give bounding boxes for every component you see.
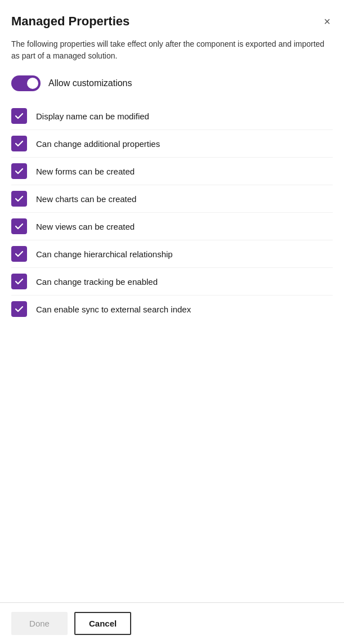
list-item: Can change hierarchical relationship (11, 240, 333, 268)
checkbox-list: Display name can be modified Can change … (11, 102, 333, 323)
toggle-label: Allow customizations (48, 78, 132, 88)
cancel-button[interactable]: Cancel (74, 612, 131, 635)
check-icon (15, 194, 24, 203)
dialog-title: Managed Properties (11, 14, 129, 29)
check-icon (15, 277, 24, 286)
toggle-thumb (27, 78, 38, 89)
checkbox-label: Can enable sync to external search index (36, 303, 191, 315)
checkbox-label: New forms can be created (36, 166, 135, 177)
check-icon (15, 222, 24, 231)
checkbox-label: New views can be created (36, 221, 135, 232)
list-item: Can change additional properties (11, 130, 333, 158)
checkbox-label: Can change tracking be enabled (36, 276, 158, 288)
managed-properties-dialog: Managed Properties × The following prope… (0, 0, 344, 602)
checkbox-additional-properties[interactable] (11, 136, 27, 151)
checkbox-label: Can change additional properties (36, 138, 160, 150)
check-icon (15, 305, 24, 314)
check-icon (15, 249, 24, 258)
checkbox-hierarchical[interactable] (11, 246, 27, 262)
dialog-header: Managed Properties × (11, 14, 333, 29)
checkbox-label: New charts can be created (36, 193, 136, 205)
toggle-track (11, 75, 41, 91)
checkbox-new-forms[interactable] (11, 163, 27, 179)
checkbox-label: Can change hierarchical relationship (36, 248, 173, 260)
dialog-description: The following properties will take effec… (11, 38, 333, 62)
dialog-footer: Done Cancel (0, 602, 344, 644)
list-item: New views can be created (11, 213, 333, 240)
list-item: Can enable sync to external search index (11, 296, 333, 323)
checkbox-new-views[interactable] (11, 218, 27, 234)
allow-customizations-toggle-row: Allow customizations (11, 75, 333, 91)
list-item: New charts can be created (11, 185, 333, 213)
checkbox-label: Display name can be modified (36, 110, 149, 122)
checkbox-tracking[interactable] (11, 274, 27, 289)
done-button[interactable]: Done (11, 612, 68, 635)
list-item: New forms can be created (11, 158, 333, 185)
allow-customizations-toggle[interactable] (11, 75, 41, 91)
close-button[interactable]: × (321, 14, 333, 29)
check-icon (15, 139, 24, 148)
checkbox-new-charts[interactable] (11, 191, 27, 207)
check-icon (15, 111, 24, 120)
list-item: Display name can be modified (11, 102, 333, 130)
list-item: Can change tracking be enabled (11, 268, 333, 296)
check-icon (15, 167, 24, 176)
checkbox-display-name[interactable] (11, 108, 27, 124)
checkbox-sync-external[interactable] (11, 301, 27, 317)
